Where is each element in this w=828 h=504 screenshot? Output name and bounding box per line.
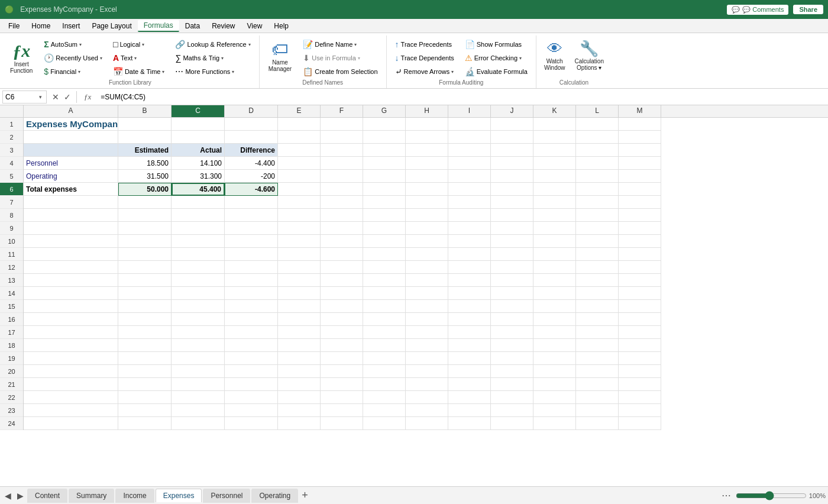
- comments-button[interactable]: 💬 💬 Comments: [727, 5, 788, 15]
- sheet-tab-expenses[interactable]: Expenses: [156, 489, 202, 502]
- menu-home[interactable]: Home: [25, 21, 56, 31]
- cell-i5[interactable]: [448, 170, 491, 183]
- cell-g5[interactable]: [363, 170, 406, 183]
- name-box[interactable]: C6 ▾: [2, 91, 47, 104]
- row-num-13[interactable]: 13: [0, 274, 23, 287]
- cell-k3[interactable]: [533, 144, 576, 157]
- cell-l4[interactable]: [576, 157, 619, 170]
- sheet-menu-button[interactable]: ⋯: [719, 490, 733, 501]
- row-num-5[interactable]: 5: [0, 170, 23, 183]
- col-header-f[interactable]: F: [321, 105, 363, 117]
- autosum-button[interactable]: Σ AutoSum ▾: [40, 38, 106, 51]
- cell-c2[interactable]: [172, 131, 225, 144]
- trace-precedents-button[interactable]: ↑ Trace Precedents: [392, 38, 458, 51]
- cell-d3[interactable]: Difference: [225, 144, 278, 157]
- cell-m6[interactable]: [619, 183, 661, 196]
- cell-b2[interactable]: [118, 131, 172, 144]
- row-num-8[interactable]: 8: [0, 209, 23, 222]
- cell-c6[interactable]: 45.400: [172, 183, 225, 196]
- share-button[interactable]: Share: [793, 5, 823, 14]
- insert-function-button[interactable]: ƒx InsertFunction: [5, 37, 38, 78]
- cell-a2[interactable]: [24, 131, 118, 144]
- cell-a1[interactable]: Expenses MyCompany: [24, 118, 118, 131]
- col-header-g[interactable]: G: [363, 105, 406, 117]
- cell-f4[interactable]: [321, 157, 363, 170]
- name-box-input[interactable]: C6: [5, 93, 38, 101]
- cell-d4[interactable]: -4.400: [225, 157, 278, 170]
- error-checking-button[interactable]: ⚠ Error Checking ▾: [461, 51, 531, 64]
- cell-g2[interactable]: [363, 131, 406, 144]
- row-num-19[interactable]: 19: [0, 352, 23, 365]
- cell-m5[interactable]: [619, 170, 661, 183]
- cell-l6[interactable]: [576, 183, 619, 196]
- cell-k5[interactable]: [533, 170, 576, 183]
- cell-e2[interactable]: [278, 131, 321, 144]
- recently-used-button[interactable]: 🕐 Recently Used ▾: [40, 51, 106, 64]
- col-header-c[interactable]: C: [172, 105, 225, 117]
- cell-k2[interactable]: [533, 131, 576, 144]
- row-num-11[interactable]: 11: [0, 248, 23, 261]
- cell-m4[interactable]: [619, 157, 661, 170]
- cell-a3[interactable]: [24, 144, 118, 157]
- cell-a6[interactable]: Total expenses: [24, 183, 118, 196]
- menu-page-layout[interactable]: Page Layout: [86, 21, 137, 31]
- cell-h3[interactable]: [406, 144, 448, 157]
- cell-l2[interactable]: [576, 131, 619, 144]
- cell-e6[interactable]: [278, 183, 321, 196]
- sheet-tab-summary[interactable]: Summary: [69, 489, 114, 503]
- sheet-tab-content[interactable]: Content: [27, 489, 67, 503]
- cell-j1[interactable]: [491, 118, 533, 131]
- text-button[interactable]: A Text ▾: [109, 51, 169, 64]
- cell-k6[interactable]: [533, 183, 576, 196]
- row-num-4[interactable]: 4: [0, 157, 23, 170]
- name-manager-button[interactable]: 🏷 NameManager: [263, 37, 297, 75]
- row-num-1[interactable]: 1: [0, 118, 23, 131]
- calc-options-button[interactable]: 🔧 CalculationOptions ▾: [570, 37, 607, 74]
- cell-j2[interactable]: [491, 131, 533, 144]
- cell-j6[interactable]: [491, 183, 533, 196]
- row-num-9[interactable]: 9: [0, 222, 23, 235]
- menu-insert[interactable]: Insert: [56, 21, 86, 31]
- cell-b3[interactable]: Estimated: [118, 144, 172, 157]
- row-num-22[interactable]: 22: [0, 391, 23, 404]
- cell-m2[interactable]: [619, 131, 661, 144]
- row-num-23[interactable]: 23: [0, 404, 23, 417]
- more-functions-button[interactable]: ⋯ More Functions ▾: [172, 65, 254, 78]
- row-num-12[interactable]: 12: [0, 261, 23, 274]
- use-in-formula-button[interactable]: ⬇ Use in Formula ▾: [299, 51, 381, 64]
- menu-view[interactable]: View: [241, 21, 269, 31]
- cell-m3[interactable]: [619, 144, 661, 157]
- formula-cancel-icon[interactable]: ✕: [50, 92, 61, 102]
- cell-d7[interactable]: [225, 196, 278, 209]
- cell-f5[interactable]: [321, 170, 363, 183]
- sheet-tab-operating[interactable]: Operating: [251, 489, 298, 503]
- formula-confirm-icon[interactable]: ✓: [62, 92, 73, 102]
- cell-e1[interactable]: [278, 118, 321, 131]
- cell-h1[interactable]: [406, 118, 448, 131]
- cell-d6[interactable]: -4.600: [225, 183, 278, 196]
- cell-a5[interactable]: Operating: [24, 170, 118, 183]
- row-num-17[interactable]: 17: [0, 326, 23, 339]
- cell-f3[interactable]: [321, 144, 363, 157]
- financial-button[interactable]: $ Financial ▾: [40, 65, 106, 78]
- cell-j5[interactable]: [491, 170, 533, 183]
- cell-l3[interactable]: [576, 144, 619, 157]
- cell-l1[interactable]: [576, 118, 619, 131]
- date-time-button[interactable]: 📅 Date & Time ▾: [109, 65, 169, 78]
- col-header-m[interactable]: M: [619, 105, 661, 117]
- cell-e5[interactable]: [278, 170, 321, 183]
- menu-formulas[interactable]: Formulas: [138, 20, 179, 32]
- evaluate-formula-button[interactable]: 🔬 Evaluate Formula: [461, 65, 531, 78]
- sheet-nav-next[interactable]: ▶: [15, 490, 26, 502]
- menu-data[interactable]: Data: [179, 21, 206, 31]
- menu-review[interactable]: Review: [206, 21, 241, 31]
- cell-f6[interactable]: [321, 183, 363, 196]
- cell-i1[interactable]: [448, 118, 491, 131]
- cell-b6[interactable]: 50.000: [118, 183, 172, 196]
- row-num-14[interactable]: 14: [0, 287, 23, 300]
- cell-b1[interactable]: [118, 118, 172, 131]
- row-num-10[interactable]: 10: [0, 235, 23, 248]
- cell-h5[interactable]: [406, 170, 448, 183]
- menu-help[interactable]: Help: [268, 21, 295, 31]
- row-num-24[interactable]: 24: [0, 417, 23, 430]
